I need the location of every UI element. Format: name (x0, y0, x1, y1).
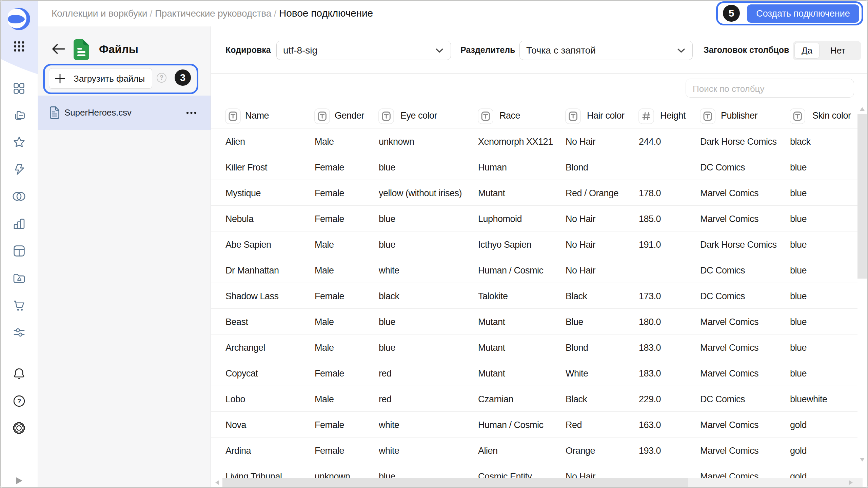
svg-text:?: ? (17, 398, 21, 405)
